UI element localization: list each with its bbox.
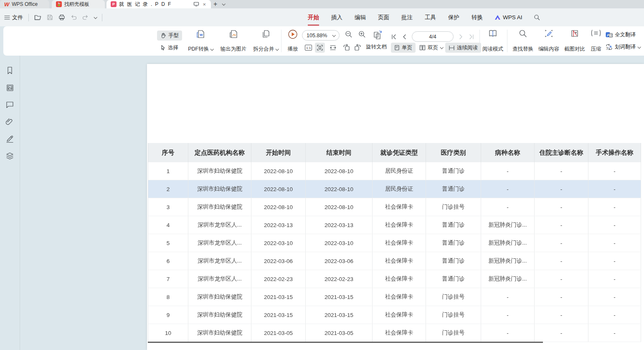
select-tool-button[interactable]: 选择 <box>157 43 182 53</box>
tab-docer-templates[interactable]: 🍃 找稻壳模板 <box>52 0 105 8</box>
tab-insert[interactable]: 插入 <box>331 13 343 22</box>
thumbnails-icon[interactable] <box>6 84 14 92</box>
table-cell: 深圳市妇幼保健院 <box>188 198 251 216</box>
book-icon <box>488 29 497 38</box>
table-cell: - <box>481 324 535 342</box>
next-page-icon[interactable] <box>459 34 464 40</box>
tab-edit[interactable]: 编辑 <box>354 13 366 22</box>
tab-home-ribbon[interactable]: 开始 <box>307 13 319 22</box>
tab-document-active[interactable]: P 就医记录.PDF × <box>106 0 211 8</box>
search-icon[interactable] <box>534 14 540 20</box>
table-cell: 2022-08-10 <box>251 198 306 216</box>
reading-mode-button[interactable]: 阅读模式 <box>481 29 505 53</box>
table-cell: 深圳市妇幼保健院 <box>188 324 251 342</box>
tab-list-chevron-icon[interactable] <box>220 0 227 8</box>
tab-strip: W WPS Office 🍃 找稻壳模板 P 就医记录.PDF × + <box>0 0 644 8</box>
page-indicator-box[interactable]: 4/4 <box>412 31 454 42</box>
bookmark-icon[interactable] <box>6 66 13 74</box>
table-horizontal-scrollbar[interactable] <box>148 342 543 343</box>
layers-icon[interactable] <box>6 152 14 160</box>
continuous-read-icon <box>449 45 455 51</box>
pdf-convert-button[interactable]: W PDF转换 <box>184 29 217 53</box>
export-image-button[interactable]: 输出为图片 <box>217 29 250 53</box>
tab-protect[interactable]: 保护 <box>448 13 460 22</box>
close-tab-icon[interactable]: × <box>202 2 207 7</box>
edit-content-button[interactable]: 编辑内容 <box>536 29 561 53</box>
signature-icon[interactable] <box>6 135 14 143</box>
rotate-left-icon[interactable] <box>342 44 350 51</box>
table-cell: 深圳市龙华区人... <box>188 270 251 288</box>
single-page-label: 单页 <box>402 44 412 51</box>
split-merge-label: 拆分合并 <box>253 46 278 53</box>
comment-icon[interactable] <box>6 101 14 108</box>
compress-icon <box>591 29 601 37</box>
table-cell: 2022-08-10 <box>251 180 306 198</box>
redo-icon[interactable] <box>82 15 89 20</box>
table-cell: - <box>588 288 641 306</box>
tab-wps-home[interactable]: W WPS Office <box>0 0 49 8</box>
table-cell: 4 <box>148 216 188 234</box>
page-indicator-value: 4/4 <box>429 34 436 40</box>
ribbon-tabs: 开始 插入 编辑 页面 批注 工具 保护 转换 WPS AI <box>307 8 540 26</box>
last-page-icon[interactable] <box>469 34 474 40</box>
table-cell: 2021-03-05 <box>306 324 373 342</box>
first-page-icon[interactable] <box>391 34 397 40</box>
hand-tool-button[interactable]: 手型 <box>157 31 182 41</box>
full-translate-button[interactable]: A 文 全文翻译 <box>606 31 636 38</box>
zoom-level-select[interactable]: 105.88% <box>302 30 340 41</box>
zoom-level-value: 105.88% <box>307 33 327 38</box>
rotate-doc-label[interactable]: 旋转文档 <box>366 43 387 51</box>
single-page-button[interactable]: 单页 <box>391 43 416 53</box>
export-image-icon <box>229 29 238 39</box>
table-header-cell: 序号 <box>148 143 188 162</box>
undo-icon[interactable] <box>71 15 77 20</box>
word-translate-button[interactable]: A 文 划词翻译 <box>606 43 640 51</box>
table-header-cell: 定点医药机构名称 <box>188 143 251 162</box>
file-menu-button[interactable]: 文件 <box>4 14 23 21</box>
new-tab-button[interactable]: + <box>211 0 220 8</box>
table-cell: - <box>588 252 641 270</box>
document-title: 就医记录.PDF <box>119 1 191 8</box>
present-monitor-icon[interactable] <box>193 2 199 7</box>
zoom-out-icon[interactable] <box>345 31 352 38</box>
screenshot-compare-label: 截图对比 <box>564 46 585 53</box>
hand-icon <box>160 33 166 38</box>
split-merge-icon <box>261 29 270 39</box>
split-merge-button[interactable]: 拆分合并 <box>250 29 281 53</box>
zoom-in-icon[interactable] <box>358 31 366 38</box>
tab-convert[interactable]: 转换 <box>471 13 483 22</box>
rotate-right-icon[interactable] <box>354 44 362 51</box>
attachment-icon[interactable] <box>6 118 14 125</box>
menu-row: 文件 开始 插入 编辑 页面 批注 工具 保护 转换 <box>0 8 644 26</box>
table-header-cell: 就诊凭证类型 <box>373 143 426 162</box>
actual-size-icon[interactable]: 1:1 <box>305 45 312 51</box>
find-replace-button[interactable]: 查找替换 <box>510 29 535 53</box>
tab-annotate[interactable]: 批注 <box>401 13 413 22</box>
table-row: 5深圳市龙华区人...2022-03-102022-03-10社会保障卡普通门诊… <box>148 234 641 252</box>
double-page-button[interactable]: 双页 <box>417 43 445 53</box>
quickbar-chevron-icon[interactable] <box>94 15 97 19</box>
screenshot-compare-button[interactable]: 截图对比 <box>562 29 587 53</box>
quickbar-separator-2 <box>102 14 102 21</box>
cursor-icon <box>160 45 166 51</box>
quickbar-separator <box>28 14 29 21</box>
play-button[interactable]: 播放 <box>284 29 302 53</box>
tab-tools[interactable]: 工具 <box>424 13 436 22</box>
wps-ai-button[interactable]: WPS AI <box>494 14 522 20</box>
full-translate-icon: A 文 <box>606 32 613 38</box>
find-replace-icon <box>519 29 527 38</box>
table-cell: 社会保障卡 <box>373 198 426 216</box>
compress-button[interactable]: 压缩 <box>588 29 604 53</box>
prev-page-icon[interactable] <box>402 34 407 40</box>
select-tool-label: 选择 <box>168 44 178 51</box>
table-cell: - <box>535 198 588 216</box>
tab-page[interactable]: 页面 <box>378 13 390 22</box>
continuous-read-button[interactable]: 连续阅读 <box>445 43 481 53</box>
rotate-pages-shortcut[interactable] <box>373 30 383 41</box>
fit-width-icon[interactable] <box>328 43 338 53</box>
table-cell: 2022-08-10 <box>306 162 373 180</box>
open-folder-icon[interactable] <box>34 14 41 20</box>
save-icon[interactable] <box>47 14 53 20</box>
fit-page-icon[interactable] <box>315 43 325 53</box>
print-icon[interactable] <box>58 14 65 20</box>
